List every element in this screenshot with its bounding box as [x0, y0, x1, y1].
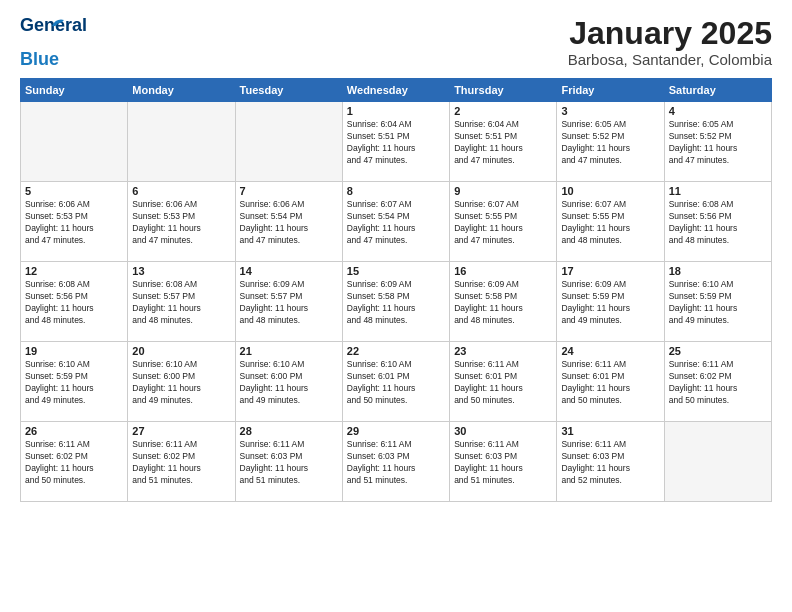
- table-row: 9Sunrise: 6:07 AM Sunset: 5:55 PM Daylig…: [450, 182, 557, 262]
- table-row: 2Sunrise: 6:04 AM Sunset: 5:51 PM Daylig…: [450, 102, 557, 182]
- table-row: 8Sunrise: 6:07 AM Sunset: 5:54 PM Daylig…: [342, 182, 449, 262]
- table-row: 29Sunrise: 6:11 AM Sunset: 6:03 PM Dayli…: [342, 422, 449, 502]
- day-info: Sunrise: 6:11 AM Sunset: 6:03 PM Dayligh…: [347, 439, 445, 487]
- day-number: 16: [454, 265, 552, 277]
- calendar-table: Sunday Monday Tuesday Wednesday Thursday…: [20, 78, 772, 502]
- day-info: Sunrise: 6:04 AM Sunset: 5:51 PM Dayligh…: [454, 119, 552, 167]
- day-number: 1: [347, 105, 445, 117]
- day-info: Sunrise: 6:06 AM Sunset: 5:54 PM Dayligh…: [240, 199, 338, 247]
- day-number: 14: [240, 265, 338, 277]
- table-row: 17Sunrise: 6:09 AM Sunset: 5:59 PM Dayli…: [557, 262, 664, 342]
- table-row: 1Sunrise: 6:04 AM Sunset: 5:51 PM Daylig…: [342, 102, 449, 182]
- day-number: 4: [669, 105, 767, 117]
- day-number: 6: [132, 185, 230, 197]
- table-row: 5Sunrise: 6:06 AM Sunset: 5:53 PM Daylig…: [21, 182, 128, 262]
- header-tuesday: Tuesday: [235, 79, 342, 102]
- day-info: Sunrise: 6:09 AM Sunset: 5:57 PM Dayligh…: [240, 279, 338, 327]
- day-info: Sunrise: 6:07 AM Sunset: 5:55 PM Dayligh…: [454, 199, 552, 247]
- day-number: 26: [25, 425, 123, 437]
- table-row: 31Sunrise: 6:11 AM Sunset: 6:03 PM Dayli…: [557, 422, 664, 502]
- calendar-page: General Blue January 2025 Barbosa, Santa…: [0, 0, 792, 612]
- header-saturday: Saturday: [664, 79, 771, 102]
- day-number: 15: [347, 265, 445, 277]
- table-row: 28Sunrise: 6:11 AM Sunset: 6:03 PM Dayli…: [235, 422, 342, 502]
- table-row: 4Sunrise: 6:05 AM Sunset: 5:52 PM Daylig…: [664, 102, 771, 182]
- table-row: 19Sunrise: 6:10 AM Sunset: 5:59 PM Dayli…: [21, 342, 128, 422]
- calendar-week-row: 19Sunrise: 6:10 AM Sunset: 5:59 PM Dayli…: [21, 342, 772, 422]
- day-info: Sunrise: 6:10 AM Sunset: 6:00 PM Dayligh…: [132, 359, 230, 407]
- day-info: Sunrise: 6:07 AM Sunset: 5:55 PM Dayligh…: [561, 199, 659, 247]
- table-row: 15Sunrise: 6:09 AM Sunset: 5:58 PM Dayli…: [342, 262, 449, 342]
- day-number: 10: [561, 185, 659, 197]
- day-info: Sunrise: 6:10 AM Sunset: 5:59 PM Dayligh…: [25, 359, 123, 407]
- table-row: 16Sunrise: 6:09 AM Sunset: 5:58 PM Dayli…: [450, 262, 557, 342]
- day-number: 22: [347, 345, 445, 357]
- day-number: 9: [454, 185, 552, 197]
- day-info: Sunrise: 6:11 AM Sunset: 6:01 PM Dayligh…: [561, 359, 659, 407]
- table-row: 6Sunrise: 6:06 AM Sunset: 5:53 PM Daylig…: [128, 182, 235, 262]
- table-row: 7Sunrise: 6:06 AM Sunset: 5:54 PM Daylig…: [235, 182, 342, 262]
- day-info: Sunrise: 6:06 AM Sunset: 5:53 PM Dayligh…: [25, 199, 123, 247]
- day-info: Sunrise: 6:08 AM Sunset: 5:56 PM Dayligh…: [669, 199, 767, 247]
- day-number: 28: [240, 425, 338, 437]
- header-sunday: Sunday: [21, 79, 128, 102]
- table-row: 25Sunrise: 6:11 AM Sunset: 6:02 PM Dayli…: [664, 342, 771, 422]
- logo-bird-icon: [50, 18, 66, 28]
- table-row: 20Sunrise: 6:10 AM Sunset: 6:00 PM Dayli…: [128, 342, 235, 422]
- day-number: 23: [454, 345, 552, 357]
- header-monday: Monday: [128, 79, 235, 102]
- day-number: 30: [454, 425, 552, 437]
- day-info: Sunrise: 6:11 AM Sunset: 6:02 PM Dayligh…: [132, 439, 230, 487]
- table-row: 3Sunrise: 6:05 AM Sunset: 5:52 PM Daylig…: [557, 102, 664, 182]
- table-row: 13Sunrise: 6:08 AM Sunset: 5:57 PM Dayli…: [128, 262, 235, 342]
- day-info: Sunrise: 6:09 AM Sunset: 5:59 PM Dayligh…: [561, 279, 659, 327]
- calendar-week-row: 5Sunrise: 6:06 AM Sunset: 5:53 PM Daylig…: [21, 182, 772, 262]
- table-row: [235, 102, 342, 182]
- day-info: Sunrise: 6:04 AM Sunset: 5:51 PM Dayligh…: [347, 119, 445, 167]
- day-info: Sunrise: 6:11 AM Sunset: 6:02 PM Dayligh…: [669, 359, 767, 407]
- calendar-week-row: 26Sunrise: 6:11 AM Sunset: 6:02 PM Dayli…: [21, 422, 772, 502]
- table-row: 12Sunrise: 6:08 AM Sunset: 5:56 PM Dayli…: [21, 262, 128, 342]
- calendar-week-row: 1Sunrise: 6:04 AM Sunset: 5:51 PM Daylig…: [21, 102, 772, 182]
- day-info: Sunrise: 6:10 AM Sunset: 6:00 PM Dayligh…: [240, 359, 338, 407]
- day-info: Sunrise: 6:11 AM Sunset: 6:01 PM Dayligh…: [454, 359, 552, 407]
- table-row: 14Sunrise: 6:09 AM Sunset: 5:57 PM Dayli…: [235, 262, 342, 342]
- calendar-week-row: 12Sunrise: 6:08 AM Sunset: 5:56 PM Dayli…: [21, 262, 772, 342]
- day-info: Sunrise: 6:11 AM Sunset: 6:02 PM Dayligh…: [25, 439, 123, 487]
- title-area: January 2025 Barbosa, Santander, Colombi…: [568, 16, 772, 68]
- table-row: 22Sunrise: 6:10 AM Sunset: 6:01 PM Dayli…: [342, 342, 449, 422]
- day-number: 17: [561, 265, 659, 277]
- header-thursday: Thursday: [450, 79, 557, 102]
- calendar-subtitle: Barbosa, Santander, Colombia: [568, 51, 772, 68]
- day-number: 27: [132, 425, 230, 437]
- day-number: 2: [454, 105, 552, 117]
- day-number: 8: [347, 185, 445, 197]
- day-number: 24: [561, 345, 659, 357]
- day-info: Sunrise: 6:11 AM Sunset: 6:03 PM Dayligh…: [561, 439, 659, 487]
- day-info: Sunrise: 6:09 AM Sunset: 5:58 PM Dayligh…: [347, 279, 445, 327]
- table-row: 27Sunrise: 6:11 AM Sunset: 6:02 PM Dayli…: [128, 422, 235, 502]
- day-number: 18: [669, 265, 767, 277]
- day-number: 21: [240, 345, 338, 357]
- day-number: 11: [669, 185, 767, 197]
- logo: General Blue: [20, 16, 62, 68]
- day-number: 19: [25, 345, 123, 357]
- calendar-title: January 2025: [568, 16, 772, 51]
- day-info: Sunrise: 6:08 AM Sunset: 5:57 PM Dayligh…: [132, 279, 230, 327]
- day-info: Sunrise: 6:08 AM Sunset: 5:56 PM Dayligh…: [25, 279, 123, 327]
- logo-blue: Blue: [20, 50, 59, 68]
- header-friday: Friday: [557, 79, 664, 102]
- day-info: Sunrise: 6:10 AM Sunset: 6:01 PM Dayligh…: [347, 359, 445, 407]
- table-row: 21Sunrise: 6:10 AM Sunset: 6:00 PM Dayli…: [235, 342, 342, 422]
- day-number: 12: [25, 265, 123, 277]
- day-info: Sunrise: 6:06 AM Sunset: 5:53 PM Dayligh…: [132, 199, 230, 247]
- day-info: Sunrise: 6:11 AM Sunset: 6:03 PM Dayligh…: [454, 439, 552, 487]
- table-row: [21, 102, 128, 182]
- weekday-header-row: Sunday Monday Tuesday Wednesday Thursday…: [21, 79, 772, 102]
- day-info: Sunrise: 6:11 AM Sunset: 6:03 PM Dayligh…: [240, 439, 338, 487]
- table-row: 11Sunrise: 6:08 AM Sunset: 5:56 PM Dayli…: [664, 182, 771, 262]
- table-row: 10Sunrise: 6:07 AM Sunset: 5:55 PM Dayli…: [557, 182, 664, 262]
- table-row: [128, 102, 235, 182]
- day-info: Sunrise: 6:05 AM Sunset: 5:52 PM Dayligh…: [669, 119, 767, 167]
- table-row: 24Sunrise: 6:11 AM Sunset: 6:01 PM Dayli…: [557, 342, 664, 422]
